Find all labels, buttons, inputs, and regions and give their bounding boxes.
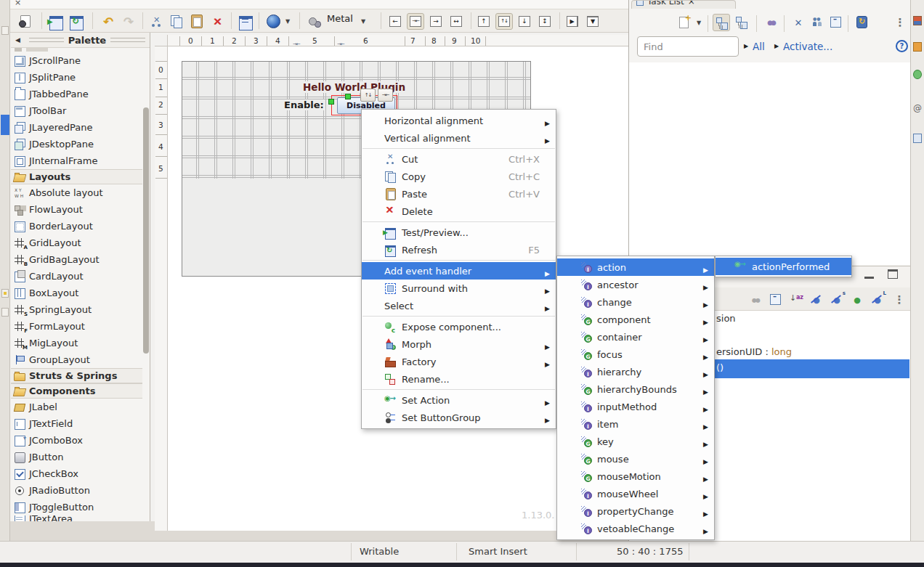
align-bottom-edge-button[interactable]	[584, 13, 601, 30]
minimized-view-icon[interactable]	[913, 16, 922, 25]
event-item-container[interactable]: Gcontainer	[557, 328, 714, 346]
palette-item-cardlayout[interactable]: CardLayout	[12, 268, 140, 285]
task-list-content[interactable]	[629, 62, 910, 265]
align-top-button[interactable]	[475, 13, 493, 30]
minimize-icon[interactable]	[864, 273, 874, 279]
palette-category-layouts[interactable]: Layouts	[11, 169, 142, 184]
fill-vertical-button[interactable]	[536, 13, 554, 30]
palette-item-grouplayout[interactable]: GroupLayout	[12, 351, 140, 368]
palette-item-jinternalframe[interactable]: JInternalFrame	[12, 152, 140, 169]
javadoc-view-icon[interactable]: @	[913, 103, 922, 113]
event-item-inputmethod[interactable]: IinputMethod	[557, 398, 714, 415]
event-item-ancestor[interactable]: Iancestor	[557, 276, 714, 293]
collapse-all-button[interactable]	[827, 14, 845, 31]
event-item-mousemotion[interactable]: GmouseMotion	[557, 468, 714, 485]
palette-item-jradiobutton[interactable]: JRadioButton	[12, 482, 140, 499]
palette-item-jcombobox[interactable]: JComboBox	[12, 432, 140, 449]
selection-handle[interactable]	[328, 99, 334, 105]
event-item-change[interactable]: Ichange	[557, 293, 714, 311]
menu-item-paste[interactable]: PasteCtrl+V	[362, 185, 556, 203]
synchronize-button[interactable]	[854, 14, 871, 31]
menu-item-horizontal-alignment[interactable]: Horizontal alignment	[362, 112, 556, 129]
palette-item-jlabel[interactable]: JLabel	[12, 399, 140, 415]
locale-dropdown-icon[interactable]	[282, 12, 293, 30]
group-by-owner-button[interactable]	[808, 14, 826, 31]
sort-button[interactable]	[787, 291, 805, 309]
cut-button[interactable]	[147, 12, 166, 30]
event-item-hierarchybounds[interactable]: GhierarchyBounds	[557, 380, 714, 398]
editor-tab-close-icon[interactable]: ×	[15, 0, 21, 7]
event-item-component[interactable]: Gcomponent	[557, 311, 714, 328]
palette-category-components[interactable]: Components	[11, 383, 142, 399]
event-item-item[interactable]: Iitem	[557, 415, 714, 433]
palette-item-jtoolbar[interactable]: JToolBar	[12, 102, 140, 119]
properties-button[interactable]	[236, 12, 255, 30]
event-item-vetoablechange[interactable]: IvetoableChange	[557, 520, 714, 537]
look-and-feel-icon[interactable]	[304, 12, 323, 30]
minimized-view-icon[interactable]	[913, 134, 922, 143]
menu-item-select[interactable]: Select	[362, 297, 556, 314]
palette-item-jscrollpane[interactable]: JScrollPane	[12, 52, 140, 69]
palette-scrollbar[interactable]	[143, 107, 149, 354]
palette-item-boxlayout[interactable]: BoxLayout	[12, 285, 140, 301]
palette-item-jsplitpane[interactable]: JSplitPane	[12, 69, 140, 86]
palette-item-gridbaglayout[interactable]: GridBagLayout	[12, 251, 140, 268]
view-menu-icon[interactable]	[891, 14, 909, 31]
minimized-view-icon[interactable]	[913, 42, 922, 52]
align-bottom-button[interactable]	[516, 13, 533, 30]
palette-item-jcheckbox[interactable]: JCheckBox	[12, 465, 140, 482]
view-menu-icon[interactable]	[891, 291, 908, 309]
align-left-button[interactable]	[386, 13, 404, 30]
menu-item-cut[interactable]: CutCtrl+X	[362, 150, 556, 168]
help-icon[interactable]: ?	[896, 40, 908, 52]
delete-button[interactable]	[208, 12, 227, 30]
scheduled-view-button[interactable]	[733, 14, 750, 31]
palette-item-jdesktoppane[interactable]: JDesktopPane	[12, 136, 140, 152]
hide-local-types-button[interactable]: L	[869, 291, 886, 309]
align-right-edge-button[interactable]	[564, 13, 581, 30]
choose-component-button[interactable]	[16, 12, 35, 30]
menu-item-copy[interactable]: CopyCtrl+C	[362, 168, 556, 185]
focus-button[interactable]	[747, 291, 764, 309]
new-task-dropdown-icon[interactable]	[693, 14, 705, 31]
look-and-feel-dropdown-icon[interactable]	[357, 12, 369, 30]
menu-item-set-action[interactable]: Set Action	[362, 391, 556, 409]
palette-item-jtextarea[interactable]: JTextArea	[12, 515, 140, 521]
hide-completed-button[interactable]	[790, 14, 807, 31]
menu-item-rename[interactable]: Rename...	[362, 370, 556, 388]
menu-item-surround-with[interactable]: Surround with	[362, 280, 556, 297]
task-list-tab-close-icon[interactable]: ×	[688, 0, 695, 7]
locale-globe-button[interactable]	[264, 12, 283, 30]
menu-item-vertical-alignment[interactable]: Vertical alignment	[362, 129, 556, 147]
menu-item-morph[interactable]: Morph	[362, 335, 556, 353]
event-item-propertychange[interactable]: IpropertyChange	[557, 502, 714, 520]
new-task-button[interactable]	[676, 14, 693, 31]
palette-item-formlayout[interactable]: FormLayout	[12, 318, 140, 335]
event-item-mouse[interactable]: Gmouse	[557, 450, 714, 468]
task-list-tab[interactable]: Task List ×	[631, 0, 736, 9]
fill-horizontal-button[interactable]	[447, 13, 465, 30]
minimized-view-icon[interactable]	[1, 289, 9, 298]
palette-item-springlayout[interactable]: SpringLayout	[12, 301, 140, 318]
redo-button[interactable]	[119, 12, 138, 30]
palette-item-jbutton[interactable]: JButton	[12, 449, 140, 465]
palette-collapse-icon[interactable]: ◀	[15, 36, 20, 44]
hide-static-members-button[interactable]: s	[828, 291, 846, 309]
hide-fields-button[interactable]	[808, 291, 825, 309]
paste-button[interactable]	[187, 12, 206, 30]
copy-button[interactable]	[167, 12, 186, 30]
palette-category-struts-springs[interactable]: Struts & Springs	[11, 368, 142, 383]
event-item-key[interactable]: Gkey	[557, 433, 714, 450]
menu-item-factory[interactable]: Factory	[362, 353, 556, 370]
outline-row[interactable]: sion	[716, 313, 736, 324]
palette-item-borderlayout[interactable]: BorderLayout	[12, 218, 140, 234]
palette-item-jtabbedpane[interactable]: JTabbedPane	[12, 86, 140, 102]
palette-item-jtogglebutton[interactable]: JToggleButton	[12, 499, 140, 515]
event-item-action[interactable]: Iaction	[557, 258, 714, 276]
maximize-icon[interactable]	[888, 269, 898, 279]
minimized-view-icon[interactable]	[913, 70, 922, 79]
event-item-mousewheel[interactable]: ImouseWheel	[557, 485, 714, 502]
menu-item-set-buttongroup[interactable]: Set ButtonGroup	[362, 409, 556, 426]
categorized-view-button[interactable]	[713, 14, 730, 31]
align-center-horizontal-button[interactable]	[407, 13, 424, 30]
